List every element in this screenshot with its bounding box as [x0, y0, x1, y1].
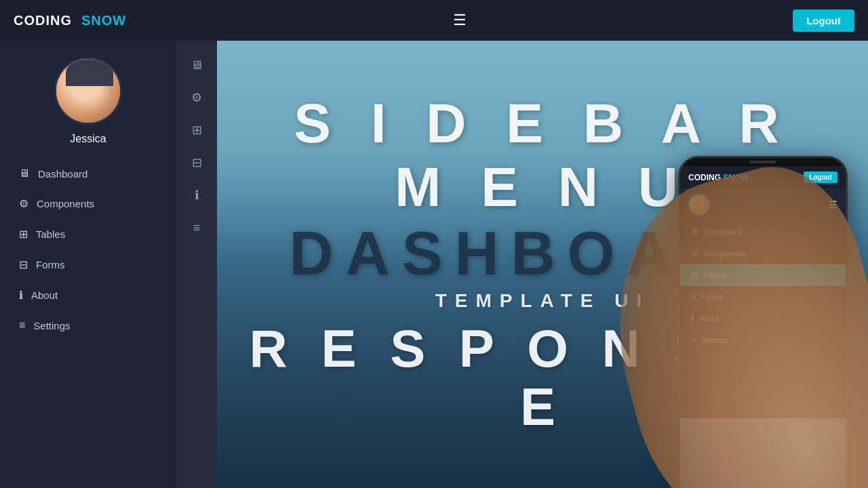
- forms-icon: ⊟: [19, 258, 28, 271]
- phone-brand-coding: CODING: [688, 173, 721, 182]
- phone-hamburger-icon[interactable]: ☰: [829, 199, 837, 210]
- sidebar-item-settings[interactable]: ≡ Settings: [0, 310, 176, 340]
- phone-brand-snow: SNOW: [723, 173, 748, 182]
- phone-tables-icon: ⊞: [691, 270, 698, 280]
- strip-about[interactable]: ℹ: [183, 182, 210, 209]
- phone-profile: ☰: [680, 188, 846, 221]
- sidebar-label-about: About: [31, 289, 58, 301]
- top-nav: CODING SNOW ☰ Logout: [0, 0, 868, 41]
- avatar-image: [56, 59, 120, 123]
- sidebar-label-tables: Tables: [36, 228, 65, 240]
- phone-avatar: [688, 194, 710, 216]
- phone-menu-label-forms: Forms: [701, 293, 722, 301]
- strip-dashboard[interactable]: 🖥: [183, 52, 210, 79]
- sidebar-item-tables[interactable]: ⊞ Tables: [0, 219, 176, 249]
- phone-notch: [680, 158, 846, 166]
- brand-snow: SNOW: [81, 13, 126, 28]
- phone-menu-forms[interactable]: ≡ Forms: [680, 286, 846, 308]
- logout-button[interactable]: Logout: [793, 9, 854, 32]
- phone-menu-components[interactable]: ⚙ Components: [680, 243, 846, 264]
- sidebar-label-settings: Settings: [33, 320, 70, 331]
- phone-menu-label-components: Components: [704, 249, 746, 258]
- phone-mockup: CODING SNOW Logout ☰ 🖥: [678, 108, 868, 488]
- phone-inner: CODING SNOW Logout ☰ 🖥: [680, 158, 846, 488]
- sidebar-label-dashboard: Dashboard: [38, 168, 87, 180]
- phone-outer: CODING SNOW Logout ☰ 🖥: [678, 156, 848, 488]
- phone-nav: CODING SNOW Logout: [680, 166, 846, 188]
- heading-menu: M E N U: [395, 157, 690, 218]
- avatar: [54, 57, 122, 125]
- icon-strip: 🖥 ⚙ ⊞ ⊟ ℹ ≡: [176, 41, 217, 488]
- sidebar-item-forms[interactable]: ⊟ Forms: [0, 249, 176, 280]
- phone-menu-label-dashboard: Dashboard: [705, 228, 741, 236]
- sidebar: Jessica 🖥 Dashboard ⚙ Components ⊞ Table…: [0, 41, 176, 488]
- phone-menu-label-tables: Tables: [703, 271, 725, 279]
- phone-settings-icon: ≡: [691, 336, 696, 345]
- monitor-icon: 🖥: [19, 167, 30, 180]
- user-name: Jessica: [70, 133, 106, 145]
- sidebar-label-components: Components: [37, 198, 94, 209]
- settings-icon: ≡: [19, 319, 25, 331]
- main-layout: Jessica 🖥 Dashboard ⚙ Components ⊞ Table…: [0, 41, 868, 488]
- phone-scene: [680, 418, 846, 488]
- main-content: S I D E B A R M E N U DASHBOARD TEMPLATE…: [217, 41, 868, 488]
- phone-forms-icon: ≡: [691, 292, 696, 302]
- phone-menu-tables[interactable]: ⊞ Tables: [680, 264, 846, 286]
- strip-settings[interactable]: ≡: [183, 214, 210, 241]
- phone-menu-dashboard[interactable]: 🖥 Dashboard: [680, 221, 846, 243]
- hamburger-icon[interactable]: ☰: [453, 12, 467, 29]
- strip-components[interactable]: ⚙: [183, 84, 210, 111]
- sidebar-label-forms: Forms: [36, 259, 65, 270]
- phone-speaker: [749, 161, 776, 163]
- strip-grid[interactable]: ⊟: [183, 149, 210, 176]
- nav-menu: 🖥 Dashboard ⚙ Components ⊞ Tables ⊟ Form…: [0, 159, 176, 340]
- heading-template: TEMPLATE UI: [435, 290, 650, 312]
- sidebar-item-components[interactable]: ⚙ Components: [0, 188, 176, 219]
- phone-menu-label-about: About: [700, 314, 719, 323]
- phone-menu: 🖥 Dashboard ⚙ Components ⊞ Tables ≡: [680, 221, 846, 418]
- sidebar-item-dashboard[interactable]: 🖥 Dashboard: [0, 159, 176, 188]
- sidebar-item-about[interactable]: ℹ About: [0, 280, 176, 310]
- phone-brand: CODING SNOW: [688, 173, 749, 182]
- phone-logout-button[interactable]: Logout: [804, 171, 837, 183]
- phone-menu-label-settings: Settings: [701, 336, 728, 344]
- phone-menu-about[interactable]: ℹ About: [680, 308, 846, 329]
- brand-coding: CODING: [14, 13, 72, 28]
- phone-components-icon: ⚙: [691, 249, 698, 258]
- phone-about-icon: ℹ: [691, 314, 694, 323]
- brand-logo: CODING SNOW: [14, 13, 126, 28]
- info-icon: ℹ: [19, 289, 23, 302]
- phone-menu-settings[interactable]: ≡ Settings: [680, 329, 846, 351]
- phone-dashboard-icon: 🖥: [691, 227, 699, 237]
- gear-icon: ⚙: [19, 197, 28, 210]
- table-icon: ⊞: [19, 228, 28, 241]
- strip-tables[interactable]: ⊞: [183, 117, 210, 144]
